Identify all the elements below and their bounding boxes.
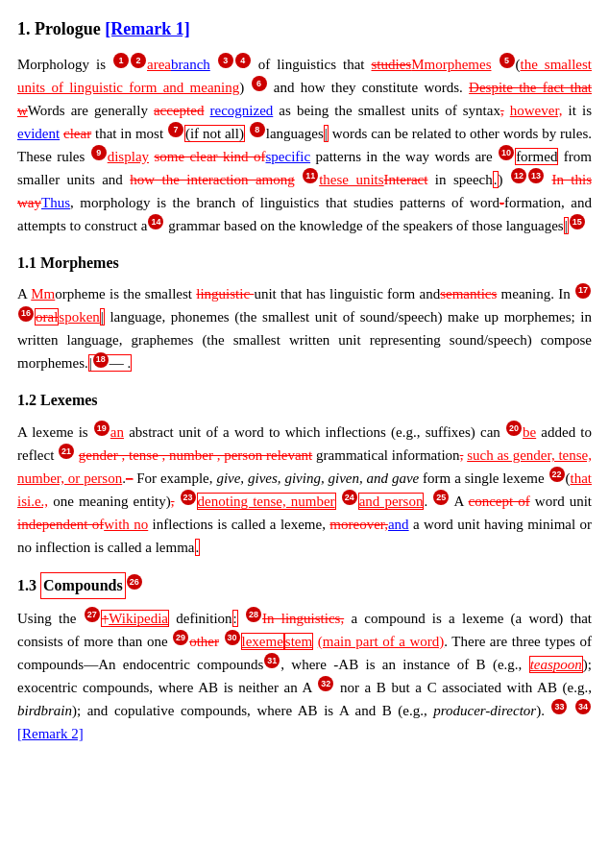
word-accepted: accepted bbox=[154, 103, 204, 118]
section-lexemes-heading: 1.2 Lexemes bbox=[17, 388, 592, 413]
num-34: 34 bbox=[575, 699, 591, 714]
phrase-how-the: how the interaction among bbox=[130, 172, 294, 187]
num-6: 6 bbox=[252, 76, 267, 91]
lexemes-section: A lexeme is 19an abstract unit of a word… bbox=[17, 421, 592, 559]
bracket-15: | bbox=[564, 217, 569, 234]
compounds-para-1: Using the 27↑Wikipedia definition: 28In … bbox=[17, 607, 592, 745]
bracket-18: |18— . bbox=[88, 354, 133, 372]
word-area: area bbox=[147, 57, 171, 72]
word-Mmorphemes: Mmorphemes bbox=[411, 57, 491, 72]
compounds-box: Compounds bbox=[40, 572, 126, 599]
num-7: 7 bbox=[168, 122, 183, 137]
num-16: 16 bbox=[18, 306, 34, 322]
word-thus: Thus bbox=[41, 195, 70, 210]
num-15: 15 bbox=[570, 214, 585, 229]
num-18: 18 bbox=[93, 352, 109, 368]
section-compounds-heading: 1.3 Compounds26 bbox=[17, 572, 592, 599]
num-11: 11 bbox=[303, 168, 318, 183]
phrase-independent-of: independent of bbox=[17, 517, 104, 532]
word-semantics: semantics bbox=[440, 286, 497, 301]
word-with-no: with no bbox=[104, 517, 148, 532]
phrase-concept-of: concept of bbox=[469, 494, 530, 509]
num-12: 12 bbox=[511, 168, 526, 183]
num-17: 17 bbox=[575, 283, 591, 299]
word-linguistic: linguistic bbox=[196, 286, 254, 301]
num-19: 19 bbox=[94, 421, 110, 436]
page-title: 1. Prologue [Remark 1] bbox=[17, 15, 592, 43]
title-main: Prologue bbox=[35, 19, 105, 38]
prologue-section: Morphology is 12areabranch 34 of linguis… bbox=[17, 53, 592, 237]
num-20: 20 bbox=[506, 421, 522, 436]
word-lexeme: lexeme bbox=[241, 633, 284, 650]
word-formed: formed bbox=[515, 148, 558, 165]
num-25: 25 bbox=[433, 490, 449, 505]
bracket-8: | bbox=[324, 125, 329, 142]
remark2-link[interactable]: [Remark 2] bbox=[17, 726, 84, 741]
remark1-link[interactable]: [Remark 1] bbox=[105, 19, 189, 38]
num-30: 30 bbox=[225, 630, 240, 645]
bracket-spoken: | bbox=[100, 308, 105, 326]
num-14: 14 bbox=[148, 214, 163, 229]
word-branch: branch bbox=[171, 57, 210, 72]
word-be: be bbox=[523, 424, 536, 440]
phrase-and-person: and person bbox=[358, 493, 425, 510]
word-display: display bbox=[108, 149, 149, 164]
lexemes-para-1: A lexeme is 19an abstract unit of a word… bbox=[17, 421, 592, 559]
word-birdbrain: birdbrain bbox=[17, 703, 72, 718]
word-evident: evident bbox=[17, 126, 60, 141]
num-2: 2 bbox=[131, 53, 146, 68]
num-33: 33 bbox=[551, 699, 567, 714]
word-and: and bbox=[388, 517, 409, 532]
bracket-def: : bbox=[232, 610, 238, 627]
num-29: 29 bbox=[173, 630, 188, 645]
num-21: 21 bbox=[59, 444, 74, 459]
word-recognized: recognized bbox=[210, 103, 274, 118]
phrase-gender-tense: gender , tense , number , person relevan… bbox=[79, 447, 312, 463]
num-4: 4 bbox=[235, 53, 251, 68]
word-spoken: spoken bbox=[59, 309, 100, 325]
word-Mm: Mm bbox=[31, 286, 55, 301]
phrase-these-units: these units bbox=[319, 172, 383, 187]
word-studies-strike: studies bbox=[371, 57, 411, 72]
title-number: 1. bbox=[17, 19, 35, 38]
num-31: 31 bbox=[264, 653, 280, 668]
phrase-some-clear: some clear kind of bbox=[154, 149, 265, 164]
word-however: however, bbox=[510, 103, 563, 118]
word-give: give, gives, giving, given, and gave bbox=[216, 470, 419, 486]
num-24: 24 bbox=[342, 490, 357, 505]
num-1: 1 bbox=[113, 53, 129, 68]
num-22: 22 bbox=[549, 467, 565, 482]
word-clear: clear bbox=[63, 126, 91, 141]
word-teaspoon: teaspoon bbox=[529, 656, 583, 673]
num-10: 10 bbox=[499, 145, 514, 160]
compounds-section: Using the 27↑Wikipedia definition: 28In … bbox=[17, 607, 592, 745]
bracket-lemma: . bbox=[195, 539, 201, 556]
word-moreover: moreover, bbox=[329, 517, 388, 532]
word-an-19: an bbox=[110, 424, 124, 440]
phrase-if-not-all: (if not all) bbox=[184, 125, 245, 142]
phrase-main-part: (main part of a word) bbox=[318, 634, 445, 649]
num-23: 23 bbox=[181, 490, 196, 505]
num-13: 13 bbox=[528, 168, 544, 183]
word-specific: specific bbox=[265, 149, 310, 164]
phrase-stem: stem bbox=[284, 633, 313, 650]
num-26: 26 bbox=[127, 574, 142, 590]
bracket-speech: . bbox=[493, 171, 499, 188]
morphemes-section: A Mmorpheme is the smallest linguistic u… bbox=[17, 282, 592, 374]
morphemes-para-1: A Mmorpheme is the smallest linguistic u… bbox=[17, 282, 592, 374]
num-5: 5 bbox=[499, 53, 515, 68]
phrase-wikipedia: ↑Wikipedia bbox=[101, 610, 169, 627]
word-oral: oral bbox=[35, 308, 59, 326]
prologue-para-1: Morphology is 12areabranch 34 of linguis… bbox=[17, 53, 592, 237]
word-interact: Interact bbox=[384, 172, 428, 187]
phrase-denoting: denoting tense, number bbox=[197, 493, 336, 510]
num-9: 9 bbox=[91, 145, 107, 160]
num-27: 27 bbox=[85, 607, 100, 622]
word-producer-director: producer-director bbox=[433, 703, 536, 718]
word-other: other bbox=[189, 634, 219, 649]
num-28: 28 bbox=[246, 607, 261, 622]
num-32: 32 bbox=[318, 676, 333, 691]
num-8: 8 bbox=[250, 122, 265, 137]
section-morphemes-heading: 1.1 Morphemes bbox=[17, 251, 592, 276]
phrase-in-linguistics: In linguistics, bbox=[262, 611, 344, 626]
